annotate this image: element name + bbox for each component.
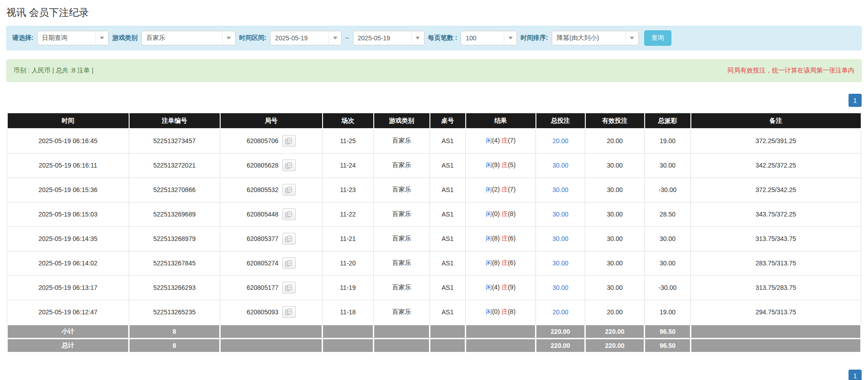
page-size-select[interactable]: 100 (461, 31, 517, 45)
cell-game-type: 百家乐 (374, 251, 430, 275)
date-from-caret-button[interactable] (328, 31, 341, 45)
cell-table-no: AS1 (430, 226, 466, 251)
cell-total-bet: 30.00 (536, 251, 585, 275)
total-row-empty (466, 338, 536, 352)
cell-total-payout: 30.00 (645, 153, 691, 178)
page-size-value: 100 (461, 31, 504, 45)
subtotal-row-empty (466, 324, 536, 338)
table-row[interactable]: 2025-05-19 06:13:17522513266293620805177… (7, 275, 861, 300)
date-to-input[interactable]: 2025-05-19 (353, 31, 424, 45)
pagination-page-1[interactable]: 1 (849, 370, 862, 380)
cell-round-id: 620805274 (220, 251, 323, 275)
table-row[interactable]: 2025-05-19 06:15:36522513270866620805532… (7, 178, 861, 202)
cell-total-payout: 30.00 (645, 251, 691, 275)
subtotal-row-empty (430, 324, 466, 338)
result-player-label: 闲 (486, 235, 492, 242)
result-banker-label: 庄 (502, 161, 508, 168)
total-bet-link[interactable]: 30.00 (552, 260, 568, 267)
cell-time: 2025-05-19 06:14:02 (7, 251, 129, 275)
cell-round-id: 620805177 (220, 275, 323, 300)
cell-session: 11-25 (323, 129, 374, 153)
table-row[interactable]: 2025-05-19 06:12:47522513265235620805093… (7, 300, 861, 324)
filter-bar: 请选择: 日期查询 游戏类别 百家乐 时间区间: 2025-05-19 ~ 20… (6, 26, 862, 50)
total-bet-link[interactable]: 30.00 (552, 211, 568, 218)
table-header: 时间注单编号局号场次游戏类别桌号结果总投注有效投注总派彩备注 (7, 113, 861, 129)
result-banker-label: 庄 (502, 235, 508, 242)
page-size-caret-button[interactable] (504, 31, 516, 45)
date-from-input[interactable]: 2025-05-19 (270, 31, 342, 45)
cell-session: 11-19 (323, 275, 374, 300)
round-id-wrap: 620805377 (223, 233, 319, 245)
subtotal-row-empty (374, 324, 430, 338)
round-detail-button[interactable] (282, 257, 296, 269)
currency-summary-text: 币别 : 人民币 | 总共 :8 注单 | (14, 67, 93, 75)
round-detail-button[interactable] (282, 233, 296, 245)
date-to-value: 2025-05-19 (353, 31, 411, 45)
round-detail-button[interactable] (282, 208, 296, 220)
table-header-row: 时间注单编号局号场次游戏类别桌号结果总投注有效投注总派彩备注 (7, 113, 861, 129)
cell-valid-bet: 30.00 (585, 202, 645, 226)
total-bet-link[interactable]: 20.00 (552, 137, 568, 144)
sort-order-select[interactable]: 降冪(由大到小) (552, 31, 639, 45)
cell-round-id: 620805377 (220, 226, 323, 251)
game-type-caret-button[interactable] (222, 31, 235, 45)
pagination-page-1[interactable]: 1 (849, 94, 862, 107)
cell-note: 294.75/313.75 (691, 300, 861, 324)
total-bet-link[interactable]: 30.00 (552, 284, 568, 291)
result-banker-score: (6) (508, 259, 516, 266)
table-row[interactable]: 2025-05-19 06:16:11522513272021620805628… (7, 153, 861, 178)
date-to-caret-button[interactable] (411, 31, 424, 45)
round-detail-button[interactable] (282, 135, 296, 147)
result-banker-label: 庄 (502, 284, 508, 291)
round-detail-button[interactable] (282, 282, 296, 293)
total-bet-link[interactable]: 30.00 (552, 235, 568, 242)
page-title: 视讯 会员下注纪录 (6, 0, 862, 26)
subtotal-row-payout: 96.50 (645, 324, 691, 338)
total-bet-link[interactable]: 30.00 (552, 186, 568, 193)
result-player-score: (8) (492, 235, 502, 242)
time-range-label: 时间区间: (239, 34, 267, 42)
cell-bet-id: 522513273457 (129, 129, 220, 153)
cell-valid-bet: 30.00 (585, 178, 645, 202)
round-detail-button[interactable] (282, 159, 296, 171)
round-id-value: 620805628 (246, 162, 278, 169)
cell-valid-bet: 30.00 (585, 251, 645, 275)
cards-icon (285, 162, 293, 169)
search-button[interactable]: 查询 (644, 30, 671, 46)
table-row[interactable]: 2025-05-19 06:16:45522513273457620805706… (7, 129, 861, 153)
chevron-down-icon (100, 37, 104, 39)
result-player-label: 闲 (486, 137, 492, 144)
result-player-score: (0) (492, 308, 502, 315)
cell-total-bet: 30.00 (536, 178, 585, 202)
table-row[interactable]: 2025-05-19 06:14:02522513267845620805274… (7, 251, 861, 275)
round-id-wrap: 620805448 (223, 208, 319, 220)
total-bet-link[interactable]: 30.00 (552, 162, 568, 169)
total-bet-link[interactable]: 20.00 (552, 308, 568, 316)
round-id-wrap: 620805706 (223, 135, 319, 147)
round-id-value: 620805177 (246, 284, 278, 291)
subtotal-row-empty (323, 324, 374, 338)
chevron-down-icon (415, 37, 420, 39)
cell-total-bet: 20.00 (536, 300, 585, 324)
sort-order-caret-button[interactable] (626, 31, 638, 45)
table-row[interactable]: 2025-05-19 06:14:35522513268979620805377… (7, 226, 861, 251)
query-type-caret-button[interactable] (96, 31, 108, 45)
game-type-select[interactable]: 百家乐 (141, 31, 236, 45)
bets-table: 时间注单编号局号场次游戏类别桌号结果总投注有效投注总派彩备注 2025-05-1… (6, 112, 862, 353)
col-bet-id: 注单编号 (129, 113, 220, 129)
query-type-select[interactable]: 日期查询 (37, 31, 109, 45)
round-detail-button[interactable] (282, 184, 296, 196)
round-detail-button[interactable] (282, 306, 296, 318)
table-row[interactable]: 2025-05-19 06:15:03522513269689620805448… (7, 202, 861, 226)
subtotal-row-label: 小计 (7, 324, 129, 338)
col-table-no: 桌号 (430, 113, 466, 129)
total-row-empty (374, 338, 430, 352)
cell-bet-id: 522513266293 (129, 275, 220, 300)
cards-icon (285, 260, 293, 267)
cell-note: 343.75/372.25 (691, 202, 861, 226)
result-player-score: (4) (492, 284, 502, 291)
cell-total-bet: 30.00 (536, 153, 585, 178)
cell-valid-bet: 30.00 (585, 226, 645, 251)
result-player-score: (4) (492, 137, 502, 144)
total-row-valid-bet: 220.00 (585, 338, 645, 352)
